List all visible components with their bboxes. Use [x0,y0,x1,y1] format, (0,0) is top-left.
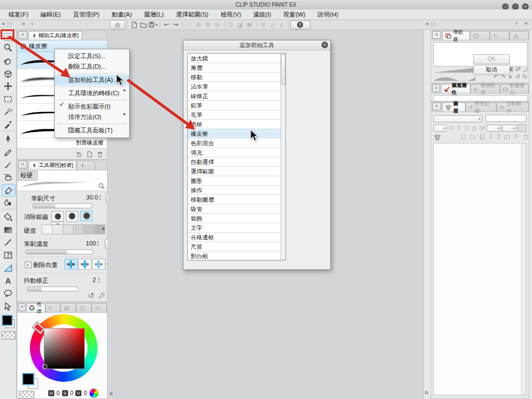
text-tool[interactable]: A [2,275,14,287]
dialog-close-icon[interactable]: × [321,42,328,48]
tool-list-item-selected[interactable]: 橡皮擦 [188,129,285,139]
new-file-icon[interactable] [129,21,139,29]
quick-mask-icon[interactable]: ⊠ [203,21,213,29]
zoom-tool[interactable] [2,42,14,54]
help-button[interactable]: ? [290,21,310,29]
layers-tab[interactable]: 圖層 [442,103,466,111]
menu-item-delete-tool[interactable]: 刪除工具(D)... [55,62,129,72]
tool-list-item[interactable]: 文字 [188,223,285,233]
eraser-tool[interactable] [2,184,16,197]
vector-intersect-button[interactable] [78,259,91,270]
new-subtool-icon[interactable] [86,151,93,158]
aa-medium-button[interactable] [80,211,93,221]
foreground-color-swatch[interactable] [22,373,34,385]
eyedropper-tool[interactable] [2,119,14,130]
menu-file[interactable]: 檔案(F) [2,11,34,19]
panel-menu-icon[interactable]: ≡ [18,31,27,39]
tool-property-tab[interactable]: 工具屬性[較硬] [28,161,76,170]
tool-list-item[interactable]: 線修正 [188,91,285,101]
intermediate-color-tab[interactable]: ▭ [91,303,107,312]
airbrush-tool[interactable] [2,171,14,183]
menu-help[interactable]: 說明(H) [311,11,344,19]
brush-size-slider[interactable] [33,203,92,208]
hardness-segments[interactable] [42,224,105,234]
tool-list-item[interactable]: 裝飾 [188,214,285,223]
save-icon[interactable]: ▾ [148,21,158,29]
select-boundary-icon[interactable]: ⊞ [194,21,203,29]
delete-vector-checkbox[interactable]: ✓ [25,262,32,268]
density-spinner[interactable]: ▴▾ [97,240,99,247]
blend-tool[interactable] [2,197,14,208]
ruler-tool[interactable] [2,262,14,274]
color-history-tab[interactable]: ◫ [76,303,91,312]
dialog-scrollbar[interactable] [280,54,285,260]
color-set-tab[interactable]: ≡ [45,303,61,312]
reset-settings-icon[interactable]: ↺ [88,292,94,299]
panel-menu-icon[interactable]: ≡ [18,303,25,311]
menu-item-transfer-environment[interactable]: 工具環境的轉移(C) ▸ [55,88,129,99]
layer-search-tab[interactable]: 圖層檢索 [470,84,499,93]
auto-select-tool[interactable] [2,106,14,117]
prev-icon[interactable]: ‹ [31,21,33,27]
aa-none-button[interactable] [52,211,64,222]
dialog-scrollbar-thumb[interactable] [281,54,285,85]
droplet-icon[interactable] [463,125,470,131]
menu-item-sort-method[interactable]: 排序方法(O) ▸ [55,112,129,122]
correct-line-tool[interactable] [2,300,14,312]
menu-page[interactable]: 頁管理(P) [67,11,106,19]
tool-list-item[interactable]: 操作 [188,186,285,195]
dock-grip[interactable]: ||| [7,22,12,27]
opacity-field[interactable] [485,115,526,122]
color-mode-toggle-icon[interactable] [89,388,99,398]
material-tab[interactable] [509,31,529,40]
layer-mask-icon[interactable] [504,134,510,140]
mask-icon[interactable] [448,125,454,131]
color-wheel-tab[interactable]: 色環 [27,303,45,312]
frame-border-tool[interactable] [2,249,14,261]
tool-list-item[interactable]: 對白框 [188,252,285,261]
flip-view-icon[interactable]: ↺ [515,74,520,80]
open-file-icon[interactable] [139,21,148,29]
figure-tool[interactable] [2,237,14,248]
snap-angle-icon[interactable]: ◿ [268,21,277,29]
preview-zoom-icon[interactable] [98,183,105,190]
merge-down-icon[interactable]: ↧ [488,134,493,140]
transparent-color-swatch[interactable] [2,331,16,340]
collapse-left2-icon[interactable]: « [22,21,25,27]
duplicate-layer-icon[interactable] [479,134,485,140]
ruler-range-combo[interactable]: ▾ [487,125,501,132]
foreground-color-swatch[interactable] [2,315,13,326]
tool-list-item[interactable]: 尺規 [188,242,285,252]
expand-bottom-right-icon[interactable]: « [423,391,431,395]
menu-layer[interactable]: 圖層(L) [138,11,170,19]
collapse-left-icon[interactable]: « [2,21,5,27]
tool-list-item[interactable]: 圖形 [188,176,285,186]
menu-selection[interactable]: 選擇範圍(S) [170,11,215,19]
fill-tool[interactable] [2,211,14,223]
ok-button[interactable]: OK [473,54,510,64]
lock-icon[interactable] [471,125,478,131]
hardness-expand-icon[interactable]: ▸ [103,226,105,231]
vector-whole-button[interactable] [92,259,105,270]
crop-icon[interactable]: ⊡ [226,21,236,29]
stabilization-spinner[interactable]: ▴▾ [98,277,100,283]
brush-size-spinner[interactable]: ▴▾ [99,194,101,201]
cancel-button[interactable]: 取消 [473,65,510,75]
tool-list-item[interactable]: 移動圖層 [188,195,285,204]
menu-item-show-color-icon[interactable]: ✓ 顯示色彩圖示(I) [55,101,129,112]
animation-cel-tab[interactable]: 動畫膠片 [500,84,529,93]
canvas-frame-icon[interactable]: ▣ [245,21,254,29]
panel-menu-icon[interactable]: ≡ [18,161,27,168]
panel-menu-icon[interactable]: ≡ [432,84,440,92]
transparent-swatch[interactable] [19,391,34,399]
density-slider[interactable] [25,249,93,254]
density-value[interactable]: 100 [83,240,96,247]
subtool-tab[interactable]: 輔助工具[橡皮擦] [28,31,82,40]
flag-icon[interactable] [513,134,520,140]
auto-action-tab[interactable]: ≫ 自動動作 [497,103,529,111]
pin-icon[interactable] [456,125,462,131]
new-layer-icon[interactable] [460,134,467,140]
brush-tool[interactable] [2,158,14,170]
sv-square[interactable] [44,328,85,369]
snap-special-icon[interactable]: ♯ [277,21,287,29]
